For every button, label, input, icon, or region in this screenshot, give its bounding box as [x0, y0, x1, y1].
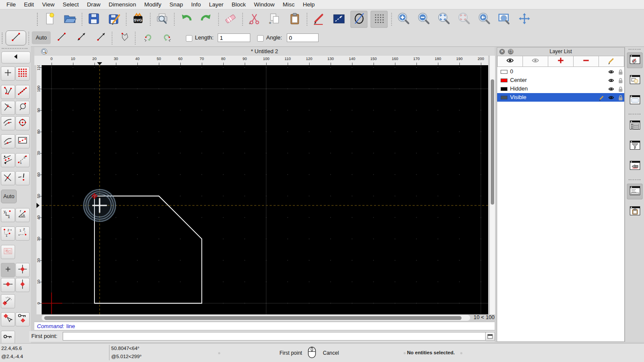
grid-toggle-button[interactable]	[371, 11, 388, 28]
layer-visibility-icon[interactable]	[608, 94, 614, 101]
grid-orthogonal-button[interactable]	[1, 263, 15, 277]
line-ray-button[interactable]	[92, 31, 111, 44]
delete-selected-button[interactable]	[222, 11, 239, 28]
snap-reference-button[interactable]	[15, 134, 30, 148]
layer-row-hidden[interactable]: Hidden	[497, 84, 624, 93]
zoom-in-button[interactable]	[395, 11, 412, 28]
line-two-points-button[interactable]	[52, 31, 71, 44]
save-button[interactable]	[85, 11, 102, 28]
menu-help[interactable]: Help	[303, 1, 315, 8]
save-as-button[interactable]	[105, 11, 122, 28]
snap-middle-button[interactable]	[1, 134, 15, 148]
crosshair-full-button[interactable]	[15, 263, 30, 277]
dock-clipboard-button[interactable]	[627, 204, 643, 220]
command-input[interactable]	[63, 332, 488, 341]
crosshair-horizontal-button[interactable]	[1, 278, 15, 292]
isometric-protractor-button[interactable]	[1, 294, 15, 308]
dock-block-list-button[interactable]	[627, 72, 643, 88]
undo-segment-button[interactable]	[138, 31, 157, 44]
vertical-scrollbar-thumb[interactable]	[491, 79, 494, 205]
corner-trim-21-button[interactable]: 12	[15, 226, 30, 241]
horizontal-scrollbar[interactable]	[42, 315, 470, 321]
line-tool-button[interactable]	[6, 30, 26, 45]
redo-button[interactable]	[197, 11, 215, 28]
layer-edit-icon[interactable]	[598, 94, 605, 101]
coordinate-cartesian-button[interactable]: yx	[1, 208, 15, 222]
hide-all-layers-button[interactable]	[523, 56, 548, 67]
menu-dimension[interactable]: Dimension	[109, 1, 136, 8]
menu-file[interactable]: File	[6, 1, 16, 8]
corner-trim-12-button[interactable]: 12	[1, 226, 15, 241]
export-svg-button[interactable]: SVG	[129, 11, 146, 28]
toolbar-drag-handle[interactable]	[37, 13, 39, 26]
menu-misc[interactable]: Misc	[283, 1, 295, 8]
layer-visibility-icon[interactable]	[608, 86, 614, 92]
modify-attributes-button[interactable]	[310, 11, 327, 28]
relative-zero-target-button[interactable]	[15, 312, 30, 326]
length-input[interactable]	[218, 33, 250, 42]
back-button[interactable]	[1, 51, 30, 63]
snap-distance-button[interactable]: 12	[15, 153, 30, 167]
undo-button[interactable]	[177, 11, 194, 28]
layer-visibility-icon[interactable]	[608, 69, 614, 75]
dock-command-line-button[interactable]	[627, 184, 643, 199]
horizontal-scrollbar-thumb[interactable]	[44, 316, 462, 320]
layer-lock-icon[interactable]	[617, 69, 624, 75]
menu-block[interactable]: Block	[232, 1, 246, 8]
menu-view[interactable]: View	[42, 1, 55, 8]
open-file-button[interactable]	[61, 11, 78, 28]
polyline-button[interactable]	[115, 31, 134, 44]
layer-row-visible[interactable]: Visible	[497, 93, 624, 102]
angle-input[interactable]	[287, 33, 319, 42]
dock-library-browser-button[interactable]	[627, 93, 643, 109]
menu-select[interactable]: Select	[63, 1, 79, 8]
crosshair-vertical-button[interactable]	[15, 278, 30, 292]
print-preview-button[interactable]	[153, 11, 170, 28]
zoom-window-button[interactable]	[495, 11, 513, 28]
drawing-canvas[interactable]	[42, 65, 488, 314]
paste-button[interactable]	[286, 11, 303, 28]
menu-layer[interactable]: Layer	[209, 1, 224, 8]
zoom-auto-button[interactable]	[435, 11, 452, 28]
snap-entity-button[interactable]	[15, 101, 30, 115]
zoom-pan-button[interactable]	[516, 11, 533, 28]
show-all-layers-button[interactable]	[497, 56, 523, 67]
copy-button[interactable]: +	[266, 11, 283, 28]
restrict-orthogonal-button[interactable]	[1, 153, 15, 167]
dock-plugin-button[interactable]	[627, 158, 643, 174]
layer-row-0[interactable]: 0	[497, 67, 624, 76]
restrict-nothing-button[interactable]	[15, 171, 30, 185]
menu-info[interactable]: Info	[191, 1, 201, 8]
snap-free-button[interactable]	[1, 66, 15, 81]
snap-endpoints-button[interactable]	[1, 85, 15, 99]
layer-row-center[interactable]: Center	[497, 76, 624, 84]
menu-window[interactable]: Window	[254, 1, 275, 8]
menu-draw[interactable]: Draw	[87, 1, 101, 8]
angle-checkbox[interactable]	[257, 35, 264, 42]
zoom-previous-button[interactable]	[455, 11, 472, 28]
new-file-button[interactable]	[41, 11, 58, 28]
snap-intersection-button[interactable]	[1, 171, 15, 185]
remove-layer-button[interactable]	[574, 56, 599, 67]
toolbar-drag-handle[interactable]	[2, 33, 4, 44]
zoom-out-button[interactable]	[415, 11, 432, 28]
snap-grid-button[interactable]	[15, 66, 30, 81]
snap-on-entity-button[interactable]	[15, 85, 30, 99]
command-detach-button[interactable]	[485, 332, 495, 341]
menu-snap[interactable]: Snap	[170, 1, 183, 8]
snap-center-button[interactable]	[15, 116, 30, 130]
snap-tangent-button[interactable]	[1, 116, 15, 130]
view-previous-button[interactable]	[475, 11, 492, 28]
line-auto-button[interactable]: Auto	[32, 31, 51, 44]
vertical-scrollbar[interactable]	[489, 56, 495, 314]
coordinate-polar-button[interactable]: ra	[15, 208, 30, 222]
snap-perpendicular-button[interactable]	[1, 101, 15, 115]
draft-mode-button[interactable]	[350, 11, 368, 28]
redo-segment-button[interactable]	[158, 31, 177, 44]
selection-window-button[interactable]	[1, 245, 15, 259]
relative-zero-cursor-button[interactable]	[1, 312, 15, 326]
menu-modify[interactable]: Modify	[144, 1, 161, 8]
layer-lock-icon[interactable]	[617, 77, 624, 84]
layer-visibility-icon[interactable]	[608, 77, 614, 84]
menu-edit[interactable]: Edit	[24, 1, 34, 8]
